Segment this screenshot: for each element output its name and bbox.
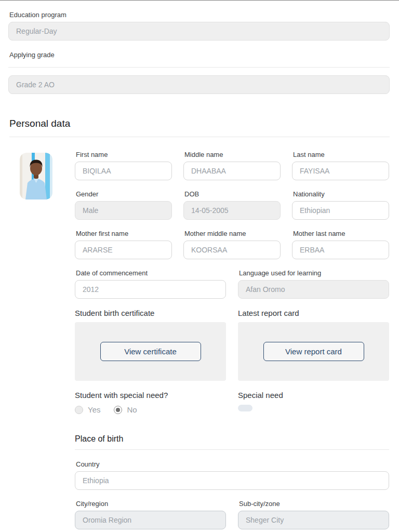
- view-report-card-button[interactable]: View report card: [263, 342, 364, 361]
- radio-dot: [116, 408, 120, 412]
- documents-grid: Student birth certificate View certifica…: [75, 309, 389, 381]
- divider: [8, 67, 390, 68]
- personal-data-section: First name BIQILAA Middle name DHAABAA L…: [8, 151, 390, 529]
- special-need-question-block: Student with special need? Yes No: [75, 391, 226, 414]
- field-last-name: Last name FAYISAA: [292, 151, 389, 180]
- mother-first-name-input[interactable]: ARARSE: [75, 241, 172, 259]
- sub-city-zone-input: Sheger City: [238, 511, 389, 529]
- last-name-label: Last name: [293, 151, 389, 158]
- city-grid: City/region Oromia Region Sub-city/zone …: [75, 500, 389, 529]
- radio-option-yes: Yes: [75, 405, 100, 414]
- report-card-label: Latest report card: [238, 309, 389, 318]
- nationality-label: Nationality: [293, 190, 389, 198]
- dob-input: 14-05-2005: [183, 201, 281, 220]
- middle-name-input[interactable]: DHAABAA: [183, 162, 281, 180]
- birth-certificate-panel: View certificate: [75, 322, 226, 381]
- language-label: Language used for learning: [239, 269, 389, 277]
- special-need-empty-chip: [238, 405, 252, 411]
- education-program-input: Regular-Day: [8, 22, 390, 41]
- last-name-input[interactable]: FAYISAA: [292, 162, 389, 180]
- nationality-input[interactable]: Ethiopian: [292, 201, 389, 220]
- student-photo: [20, 153, 52, 200]
- education-program-label: Education program: [9, 11, 390, 19]
- applying-grade-label: Applying grade: [9, 51, 390, 59]
- mother-middle-name-input[interactable]: KOORSAA: [183, 241, 281, 259]
- field-commencement: Date of commencement 2012: [75, 269, 226, 299]
- field-sub-city-zone: Sub-city/zone Sheger City: [238, 500, 389, 529]
- field-mother-last-name: Mother last name ERBAA: [292, 230, 389, 259]
- country-label: Country: [76, 460, 389, 468]
- field-language: Language used for learning Afan Oromo: [238, 269, 389, 299]
- radio-no-label: No: [127, 405, 137, 414]
- fields-column: First name BIQILAA Middle name DHAABAA L…: [75, 151, 390, 529]
- enrollment-form: Education program Regular-Day Applying g…: [0, 1, 399, 529]
- city-region-label: City/region: [76, 500, 226, 508]
- divider: [9, 137, 390, 137]
- city-region-input: Oromia Region: [75, 511, 226, 529]
- commencement-grid: Date of commencement 2012 Language used …: [75, 269, 389, 299]
- gender-label: Gender: [76, 190, 172, 198]
- radio-yes-icon: [75, 406, 83, 414]
- field-mother-first-name: Mother first name ARARSE: [75, 230, 172, 259]
- mother-first-name-label: Mother first name: [76, 230, 172, 237]
- personal-data-heading: Personal data: [9, 117, 390, 130]
- photo-column: [8, 151, 75, 529]
- radio-yes-label: Yes: [88, 405, 100, 414]
- divider: [75, 449, 389, 450]
- place-of-birth-heading: Place of birth: [75, 434, 389, 444]
- view-certificate-button[interactable]: View certificate: [100, 342, 201, 361]
- name-fields-grid: First name BIQILAA Middle name DHAABAA L…: [75, 151, 389, 259]
- field-middle-name: Middle name DHAABAA: [183, 151, 281, 180]
- special-need-label: Special need: [238, 391, 389, 400]
- program-section: Education program Regular-Day Applying g…: [8, 11, 390, 94]
- commencement-label: Date of commencement: [76, 269, 226, 277]
- first-name-input[interactable]: BIQILAA: [75, 162, 172, 180]
- field-city-region: City/region Oromia Region: [75, 500, 226, 529]
- country-input[interactable]: Ethiopia: [75, 471, 389, 490]
- report-card-block: Latest report card View report card: [238, 309, 389, 381]
- mother-middle-name-label: Mother middle name: [184, 230, 281, 237]
- field-nationality: Nationality Ethiopian: [292, 190, 389, 220]
- applying-grade-input: Grade 2 AO: [8, 75, 390, 94]
- first-name-label: First name: [76, 151, 172, 158]
- field-country: Country Ethiopia: [75, 460, 389, 490]
- field-gender: Gender Male: [75, 190, 172, 220]
- birth-certificate-block: Student birth certificate View certifica…: [75, 309, 226, 381]
- special-need-grid: Student with special need? Yes No Specia: [75, 391, 389, 414]
- field-dob: DOB 14-05-2005: [183, 190, 281, 220]
- mother-last-name-input[interactable]: ERBAA: [292, 241, 389, 259]
- report-card-panel: View report card: [238, 322, 389, 381]
- gender-input: Male: [75, 201, 172, 220]
- special-need-radio-group: Yes No: [75, 405, 226, 414]
- sub-city-zone-label: Sub-city/zone: [239, 500, 389, 508]
- language-input: Afan Oromo: [238, 280, 389, 299]
- field-first-name: First name BIQILAA: [75, 151, 172, 180]
- radio-no-icon-checked: [114, 406, 122, 414]
- birth-certificate-label: Student birth certificate: [75, 309, 226, 318]
- field-mother-middle-name: Mother middle name KOORSAA: [183, 230, 281, 259]
- middle-name-label: Middle name: [184, 151, 281, 158]
- radio-option-no: No: [114, 405, 137, 414]
- dob-label: DOB: [184, 190, 281, 198]
- special-need-value-block: Special need: [238, 391, 389, 414]
- special-need-question-label: Student with special need?: [75, 391, 226, 400]
- mother-last-name-label: Mother last name: [293, 230, 389, 237]
- commencement-input[interactable]: 2012: [75, 280, 226, 299]
